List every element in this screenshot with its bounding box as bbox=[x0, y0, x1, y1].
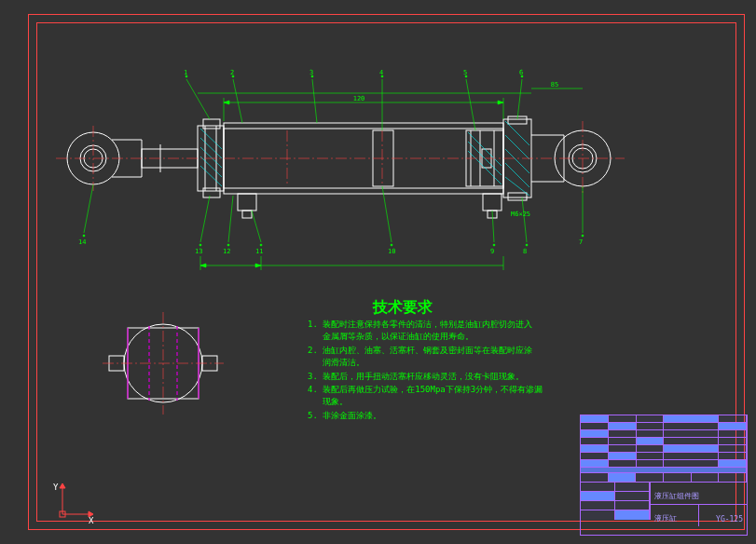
callout-1: 1 bbox=[184, 69, 187, 76]
callout-3: 3 bbox=[309, 69, 313, 76]
svg-point-70 bbox=[260, 244, 262, 246]
ucs-x-label: X bbox=[89, 516, 94, 525]
requirements-title: 技术要求 bbox=[373, 298, 433, 318]
svg-line-65 bbox=[200, 196, 210, 242]
svg-point-64 bbox=[83, 235, 85, 237]
svg-line-36 bbox=[505, 121, 529, 145]
svg-line-75 bbox=[522, 197, 527, 242]
callout-6: 6 bbox=[519, 69, 523, 76]
title-block: 液压缸组件图 液压缸 YG-125 bbox=[580, 415, 748, 536]
svg-line-35 bbox=[468, 151, 502, 184]
req-item-2: 2. 油缸内腔、油塞、活塞杆、钢套及密封面等在装配时应涂 润滑清洁。 bbox=[308, 345, 532, 368]
drawing-number: YG-125 bbox=[714, 514, 745, 524]
callout-11: 11 bbox=[255, 248, 263, 255]
callout-2: 2 bbox=[230, 69, 234, 76]
svg-line-51 bbox=[186, 79, 210, 119]
svg-line-69 bbox=[252, 211, 261, 242]
svg-line-38 bbox=[505, 149, 529, 173]
callout-12: 12 bbox=[223, 248, 230, 255]
callout-10: 10 bbox=[388, 248, 395, 255]
svg-rect-25 bbox=[242, 211, 252, 218]
svg-rect-7 bbox=[203, 188, 220, 197]
svg-line-31 bbox=[200, 156, 222, 177]
svg-point-78 bbox=[582, 235, 584, 237]
svg-line-29 bbox=[200, 138, 222, 158]
svg-rect-20 bbox=[508, 193, 527, 200]
svg-line-30 bbox=[200, 147, 222, 168]
cad-canvas[interactable]: 120 85 1 2 3 4 5 6 7 8 9 bbox=[0, 0, 756, 544]
req-item-5: 5. 非涂金面涂漆。 bbox=[308, 410, 381, 422]
drawing-name: 液压缸组件图 bbox=[653, 491, 701, 501]
dim-eye-offset: 85 bbox=[551, 81, 558, 88]
callout-5: 5 bbox=[463, 69, 467, 76]
svg-line-71 bbox=[382, 186, 392, 242]
req-item-4: 4. 装配后再做压力试验，在150Mpa下保持3分钟，不得有渗漏 现象。 bbox=[308, 384, 543, 407]
callout-14: 14 bbox=[78, 238, 86, 246]
callout-13: 13 bbox=[195, 248, 202, 255]
ucs-icon: X Y bbox=[51, 479, 98, 525]
callout-4: 4 bbox=[379, 69, 383, 76]
callout-7: 7 bbox=[579, 238, 583, 246]
svg-rect-24 bbox=[238, 194, 256, 211]
callout-8: 8 bbox=[523, 248, 527, 255]
svg-line-32 bbox=[200, 166, 222, 186]
part-name: 液压缸 bbox=[653, 513, 679, 524]
callout-9: 9 bbox=[490, 248, 494, 255]
svg-line-53 bbox=[233, 79, 242, 123]
svg-line-28 bbox=[200, 129, 222, 149]
svg-point-68 bbox=[227, 244, 229, 246]
thread-spec: M6×25 bbox=[511, 211, 530, 218]
svg-line-61 bbox=[517, 79, 522, 119]
svg-point-74 bbox=[493, 244, 495, 246]
req-item-1: 1. 装配时注意保持各零件的清洁，特别是油缸内腔切勿进入 金属屑等杂质，以保证油… bbox=[308, 319, 532, 342]
svg-line-73 bbox=[492, 211, 494, 242]
ucs-y-label: Y bbox=[53, 483, 59, 492]
req-item-3: 3. 装配后，用手扭动活塞杆应移动灵活，没有卡阻现象。 bbox=[308, 371, 524, 383]
svg-line-63 bbox=[84, 184, 93, 233]
svg-line-37 bbox=[505, 135, 529, 159]
svg-line-39 bbox=[505, 163, 529, 187]
svg-point-76 bbox=[526, 244, 528, 246]
svg-line-67 bbox=[228, 196, 233, 242]
svg-rect-6 bbox=[203, 119, 220, 129]
svg-point-66 bbox=[199, 244, 201, 246]
svg-rect-26 bbox=[483, 194, 502, 211]
svg-line-33 bbox=[468, 132, 502, 166]
dim-overall-length: 120 bbox=[353, 95, 365, 102]
svg-line-55 bbox=[312, 79, 317, 123]
svg-point-72 bbox=[391, 244, 392, 246]
